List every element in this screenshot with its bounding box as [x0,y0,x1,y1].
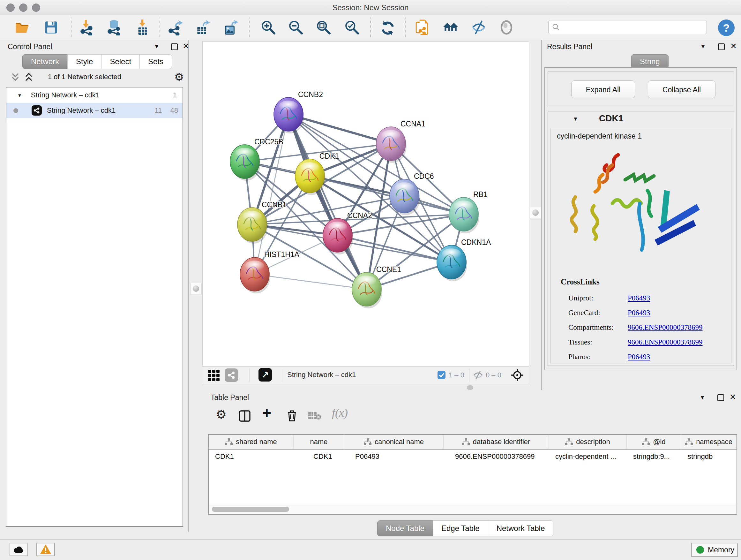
node-label[interactable]: CCNB1 [262,200,286,209]
string-home-button[interactable] [443,19,459,36]
network-row-selected[interactable]: String Network – cdk1 11 48 [6,103,183,118]
column-header[interactable]: database identifier [444,435,549,449]
right-splitter-handle[interactable] [530,207,541,219]
birdseye-grid-icon[interactable] [207,369,220,382]
warning-status-button[interactable] [37,543,55,556]
column-header[interactable]: name [293,435,344,449]
node-label[interactable]: HIST1H1A [264,250,300,259]
delete-table-icon[interactable] [308,411,321,421]
node-label[interactable]: CCNA2 [347,211,372,220]
crosslink-link[interactable]: P06493 [628,353,650,361]
left-splitter-handle[interactable] [190,283,202,294]
tab-style[interactable]: Style [67,54,102,69]
open-in-window-icon[interactable]: ↗ [259,368,272,381]
collection-expand-icon[interactable]: ▼ [17,92,22,98]
export-image-button[interactable] [223,19,239,36]
column-header[interactable]: description [549,435,627,449]
tab-network-table[interactable]: Network Table [488,520,554,537]
tab-network[interactable]: Network [22,54,68,69]
panel-dropdown-icon[interactable]: ▾ [701,43,704,50]
fit-content-crosshair-icon[interactable] [511,368,524,382]
import-network-from-database-button[interactable] [106,19,122,36]
collapse-all-button[interactable]: Collapse All [648,80,716,98]
scrollbar-thumb[interactable] [212,507,289,512]
control-panel: Control Panel ▾ ✕ Network Style Select S… [0,40,189,532]
open-session-button[interactable] [14,19,30,36]
function-builder-icon[interactable]: f(x) [332,406,348,420]
search-input[interactable] [548,20,707,34]
panel-float-icon[interactable] [718,394,724,401]
node-label[interactable]: CCNE1 [376,265,401,273]
hidden-eye-icon[interactable] [473,370,483,380]
crosslink-link[interactable]: 9606.ENSP00000378699 [628,323,703,332]
column-header[interactable]: namespace [681,435,737,449]
network-share-icon[interactable] [225,368,238,382]
zoom-selected-button[interactable] [344,19,360,36]
tab-node-table[interactable]: Node Table [377,520,433,537]
selected-checkbox-icon[interactable] [437,371,446,379]
crosslink-link[interactable]: P06493 [628,294,650,302]
show-all-button[interactable] [498,19,515,36]
network-canvas[interactable]: CCNB2CCNA1CDC25BCDK1CDC6RB1CCNB1CCNA2CDK… [202,42,529,366]
memory-button[interactable]: Memory [691,543,738,557]
node-label[interactable]: CDC25B [254,138,283,146]
expand-all-networks-icon[interactable] [24,72,33,82]
node-label[interactable]: CDC6 [414,172,434,180]
collapse-all-networks-icon[interactable] [11,72,20,82]
column-header[interactable]: @id [627,435,681,449]
tab-sets[interactable]: Sets [139,54,172,69]
node-label[interactable]: RB1 [473,190,488,199]
export-table-button[interactable] [195,19,211,36]
panel-dropdown-icon[interactable]: ▾ [701,393,704,401]
network-collection-row[interactable]: ▼ String Network – cdk1 1 [6,87,183,103]
zoom-fit-button[interactable] [316,19,332,36]
tab-select[interactable]: Select [101,54,140,69]
help-button[interactable]: ? [718,19,735,36]
results-panel-tabs: String [631,54,669,68]
add-column-icon[interactable]: + [262,404,271,422]
save-session-button[interactable] [43,19,59,36]
panel-float-icon[interactable] [171,44,178,50]
tab-edge-table[interactable]: Edge Table [433,520,488,537]
node-label[interactable]: CCNB2 [298,90,323,99]
node-table: shared name name canonical name database… [208,434,737,515]
hide-selected-button[interactable] [471,19,487,36]
protein-collapse-icon[interactable]: ▼ [573,116,578,122]
table-settings-gear-icon[interactable]: ⚙ [216,408,226,422]
column-header[interactable]: shared name [209,435,293,449]
delete-column-icon[interactable] [286,409,298,422]
network-graph[interactable]: CCNB2CCNA1CDC25BCDK1CDC6RB1CCNB1CCNA2CDK… [203,42,529,366]
table-header-row: shared name name canonical name database… [209,435,737,449]
search-text-field[interactable] [560,23,706,32]
expand-all-button[interactable]: Expand All [571,80,635,98]
crosslink-link[interactable]: P06493 [628,309,650,317]
table-row[interactable]: CDK1 CDK1 P06493 9606.ENSP00000378699 cy… [209,449,737,463]
node-label[interactable]: CCNA1 [401,120,425,128]
results-panel-title: Results Panel [547,43,592,51]
panel-float-icon[interactable] [718,44,725,50]
panel-dropdown-icon[interactable]: ▾ [155,43,158,50]
import-table-from-file-button[interactable] [134,19,150,36]
column-header[interactable]: canonical name [344,435,444,449]
string-import-button[interactable] [414,19,430,36]
crosslink-link[interactable]: 9606.ENSP00000378699 [628,338,703,347]
panel-close-icon[interactable]: ✕ [183,42,189,51]
memory-status-dot-icon [696,546,704,554]
node-label[interactable]: CDK1 [320,152,339,160]
cloud-status-button[interactable] [10,543,28,556]
netbar-divider [469,368,469,382]
refresh-button[interactable] [379,19,395,36]
horizontal-scrollbar[interactable] [209,505,736,513]
zoom-in-button[interactable] [260,19,276,36]
import-network-from-file-button[interactable] [79,19,95,36]
network-view-title: String Network – cdk1 [287,371,356,379]
show-columns-icon[interactable] [239,410,251,422]
zoom-out-button[interactable] [288,19,304,36]
panel-close-icon[interactable]: ✕ [730,42,737,51]
horizontal-splitter-handle[interactable] [467,385,473,390]
toolbar-divider [370,17,371,37]
panel-close-icon[interactable]: ✕ [730,392,736,401]
node-label[interactable]: CDKN1A [461,238,491,246]
network-options-gear-icon[interactable]: ⚙ [174,71,184,83]
export-network-button[interactable] [167,19,184,36]
